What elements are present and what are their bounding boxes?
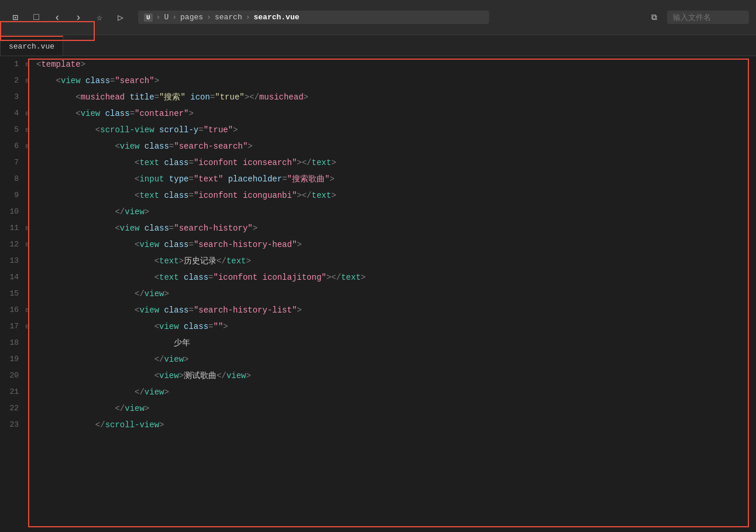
fold-16[interactable]: ⊟ — [26, 302, 34, 318]
line-num-22: 22 — [0, 400, 26, 417]
bookmark-icon[interactable]: ☆ — [91, 9, 108, 26]
fold-1[interactable]: ⊟ — [26, 56, 34, 73]
line-content-9: ····················<text class="iconfon… — [34, 187, 336, 204]
line-content-5: ············<scroll-view scroll-y="true"… — [34, 122, 238, 138]
line-content-18: ····························少年 — [34, 335, 190, 351]
toolbar-right: ⧉ — [646, 9, 749, 26]
fold-3 — [26, 89, 34, 105]
breadcrumb-sep-3: › — [207, 13, 211, 22]
line-content-12: ····················<view class="search-… — [34, 236, 302, 253]
fold-6[interactable]: ⊟ — [26, 138, 34, 155]
line-num-16: 16 — [0, 302, 26, 318]
line-num-20: 20 — [0, 368, 26, 384]
line-content-2: ····<view class="search"> — [34, 73, 159, 89]
code-line-14: 14 ························<text class="… — [0, 269, 756, 286]
line-content-22: ················</view> — [34, 400, 149, 417]
code-line-8: 8 ····················<input type="text"… — [0, 171, 756, 187]
file-search-input[interactable] — [667, 11, 749, 24]
breadcrumb-search-vue[interactable]: search.vue — [254, 13, 300, 22]
main-content: 1 ⊟ <template> 2 ⊟ ····<view class="sear… — [0, 56, 756, 532]
line-num-2: 2 — [0, 73, 26, 89]
toolbar: ⊡ □ ‹ › ☆ ▷ U › U › pages › search › sea… — [0, 0, 756, 35]
line-num-9: 9 — [0, 187, 26, 204]
line-content-3: ········<musichead title="搜索" icon="true… — [34, 89, 308, 105]
line-num-3: 3 — [0, 89, 26, 105]
code-line-17: 17 ⊟ ························<view class… — [0, 318, 756, 335]
code-line-10: 10 ················</view> — [0, 204, 756, 220]
fold-17[interactable]: ⊟ — [26, 318, 34, 335]
breadcrumb-search-folder[interactable]: search — [215, 13, 242, 22]
code-line-20: 20 ························<view>测试歌曲</v… — [0, 368, 756, 384]
line-content-19: ························</view> — [34, 351, 188, 368]
forward-icon[interactable]: › — [70, 9, 87, 26]
breadcrumb-sep-4: › — [246, 13, 250, 22]
sidebar-toggle-icon[interactable]: ⊡ — [7, 9, 23, 26]
breadcrumb-sep-2: › — [172, 13, 177, 22]
line-num-11: 11 — [0, 220, 26, 236]
fold-8 — [26, 171, 34, 187]
code-line-13: 13 ························<text>历史记录</t… — [0, 253, 756, 269]
line-num-21: 21 — [0, 384, 26, 400]
line-num-4: 4 — [0, 105, 26, 122]
fold-18 — [26, 335, 34, 351]
save-icon[interactable]: □ — [28, 9, 44, 26]
code-line-11: 11 ⊟ ················<view class="search… — [0, 220, 756, 236]
play-icon[interactable]: ▷ — [112, 9, 129, 26]
line-content-15: ····················</view> — [34, 286, 169, 302]
code-line-21: 21 ····················</view> — [0, 384, 756, 400]
line-content-7: ····················<text class="iconfon… — [34, 155, 336, 171]
code-line-22: 22 ················</view> — [0, 400, 756, 417]
fold-5[interactable]: ⊟ — [26, 122, 34, 138]
line-content-17: ························<view class=""> — [34, 318, 228, 335]
code-line-1: 1 ⊟ <template> — [0, 56, 756, 73]
breadcrumb-pages[interactable]: pages — [180, 13, 203, 22]
code-line-6: 6 ⊟ ················<view class="search-… — [0, 138, 756, 155]
code-line-23: 23 ············</scroll-view> — [0, 417, 756, 433]
line-content-23: ············</scroll-view> — [34, 417, 164, 433]
fold-15 — [26, 286, 34, 302]
fold-20 — [26, 368, 34, 384]
line-content-1: <template> — [34, 56, 85, 73]
breadcrumb-netease[interactable]: U — [164, 13, 169, 22]
fold-2[interactable]: ⊟ — [26, 73, 34, 89]
breadcrumb-box-icon: U — [144, 13, 153, 22]
fold-11[interactable]: ⊟ — [26, 220, 34, 236]
tab-bar: search.vue — [0, 35, 756, 56]
line-num-18: 18 — [0, 335, 26, 351]
line-num-12: 12 — [0, 236, 26, 253]
tab-label: search.vue — [9, 42, 54, 51]
line-num-14: 14 — [0, 269, 26, 286]
breadcrumb-sep-1: › — [156, 13, 161, 22]
line-num-10: 10 — [0, 204, 26, 220]
line-num-15: 15 — [0, 286, 26, 302]
file-icon[interactable]: ⧉ — [646, 9, 662, 26]
line-content-11: ················<view class="search-hist… — [34, 220, 257, 236]
fold-13 — [26, 253, 34, 269]
code-editor[interactable]: 1 ⊟ <template> 2 ⊟ ····<view class="sear… — [0, 56, 756, 433]
code-line-7: 7 ····················<text class="iconf… — [0, 155, 756, 171]
line-num-17: 17 — [0, 318, 26, 335]
tab-search-vue[interactable]: search.vue — [0, 36, 63, 56]
line-content-21: ····················</view> — [34, 384, 169, 400]
line-num-19: 19 — [0, 351, 26, 368]
code-line-5: 5 ⊟ ············<scroll-view scroll-y="t… — [0, 122, 756, 138]
editor-area[interactable]: 1 ⊟ <template> 2 ⊟ ····<view class="sear… — [0, 56, 756, 532]
code-line-3: 3 ········<musichead title="搜索" icon="tr… — [0, 89, 756, 105]
line-content-6: ················<view class="search-sear… — [34, 138, 253, 155]
line-content-16: ····················<view class="search-… — [34, 302, 302, 318]
fold-19 — [26, 351, 34, 368]
line-num-23: 23 — [0, 417, 26, 433]
fold-12[interactable]: ⊟ — [26, 236, 34, 253]
line-content-20: ························<view>测试歌曲</view… — [34, 368, 251, 384]
code-line-4: 4 ⊟ ········<view class="container"> — [0, 105, 756, 122]
line-num-13: 13 — [0, 253, 26, 269]
fold-10 — [26, 204, 34, 220]
fold-9 — [26, 187, 34, 204]
fold-14 — [26, 269, 34, 286]
fold-4[interactable]: ⊟ — [26, 105, 34, 122]
line-num-1: 1 — [0, 56, 26, 73]
breadcrumb: U › U › pages › search › search.vue — [138, 11, 489, 24]
back-icon[interactable]: ‹ — [49, 9, 66, 26]
fold-23 — [26, 417, 34, 433]
line-num-7: 7 — [0, 155, 26, 171]
